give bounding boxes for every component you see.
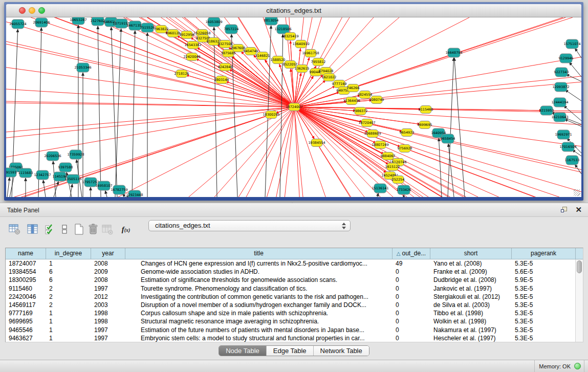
graph-node[interactable]: 746266 <box>347 84 360 92</box>
graph-node[interactable]: 16782759 <box>111 185 127 194</box>
graph-node[interactable]: 9658454 <box>441 134 455 143</box>
graph-node[interactable]: 1167533 <box>565 156 580 165</box>
float-panel-icon[interactable] <box>561 207 568 213</box>
graph-node[interactable]: 16053809 <box>205 17 222 27</box>
graph-node[interactable]: 15751074 <box>563 39 580 49</box>
table-settings-icon[interactable] <box>7 222 21 236</box>
graph-node[interactable]: 9884067 <box>381 152 396 160</box>
graph-node[interactable]: 7857224 <box>224 25 239 34</box>
table-cell: 1 <box>46 317 91 325</box>
table-row[interactable]: 1830029562008Estimation of significance … <box>6 276 583 284</box>
graph-node[interactable]: 7955812 <box>311 58 326 66</box>
table-cell: 0 <box>393 317 430 325</box>
table-row[interactable]: 977716911998Corpus callosum shape and si… <box>6 309 583 317</box>
network-canvas[interactable]: 2405572420691406106532871527602646616010… <box>6 17 581 197</box>
window-resize-grip[interactable] <box>574 189 580 196</box>
table-cell: 1 <box>46 334 91 342</box>
graph-node[interactable]: 16543382 <box>184 41 201 49</box>
graph-node[interactable]: 13505135 <box>64 174 81 184</box>
show-columns-icon[interactable] <box>26 222 40 236</box>
graph-node[interactable]: 3146821 <box>255 52 270 60</box>
graph-node[interactable]: 18720407 <box>358 119 375 127</box>
graph-node[interactable]: 391593 <box>6 168 16 177</box>
table-row[interactable]: 1456911722003Disruption of a novel membe… <box>6 301 583 309</box>
graph-node[interactable]: 9115460 <box>419 106 433 114</box>
vertical-scrollbar[interactable] <box>575 259 583 342</box>
graph-node[interactable]: 21053346 <box>74 63 91 72</box>
graph-node[interactable]: 9242848 <box>218 63 233 71</box>
row-height-icon[interactable] <box>57 222 72 236</box>
graph-node[interactable]: 8813054 <box>264 17 279 25</box>
graph-node[interactable]: 20691406 <box>33 18 50 27</box>
graph-node[interactable]: 1527602 <box>91 17 105 26</box>
graph-node[interactable]: 3824554 <box>358 91 373 99</box>
graph-node[interactable]: 3875685 <box>221 50 236 57</box>
column-header-pagerank[interactable]: pagerank <box>512 248 576 259</box>
graph-node[interactable]: 9227343 <box>554 68 569 77</box>
graph-node[interactable]: 9215953 <box>539 106 554 115</box>
table-row[interactable]: 946362711997Embryonic stem cells: a mode… <box>6 334 583 342</box>
column-header-out_de[interactable]: △out_de... <box>393 248 430 259</box>
graph-node[interactable]: 1080749 <box>369 96 384 104</box>
graph-node[interactable]: 17016504 <box>559 142 576 151</box>
graph-node[interactable]: 24055724 <box>9 19 26 29</box>
column-header-name[interactable]: name <box>6 248 46 259</box>
table-row[interactable]: 1938455462009Genome-wide association stu… <box>6 268 583 276</box>
graph-node[interactable]: 10688609 <box>364 130 381 138</box>
graph-node[interactable]: 252254 <box>392 176 405 184</box>
table-row[interactable]: 1872400712008Changes of HCN gene express… <box>6 259 583 268</box>
graph-node[interactable]: 16958107 <box>95 181 112 190</box>
graph-node[interactable]: 13640910 <box>292 40 309 48</box>
graph-node[interactable]: 8960128 <box>166 30 181 37</box>
tab-network-table[interactable]: Network Table <box>314 346 369 356</box>
graph-node[interactable]: 16961758 <box>302 50 319 57</box>
select-rows-icon[interactable] <box>43 222 57 236</box>
scrollbar-thumb[interactable] <box>577 260 582 273</box>
graph-node[interactable]: 16648794 <box>445 48 462 57</box>
graph-node[interactable]: 1115683 <box>18 168 33 178</box>
window-titlebar[interactable]: citations_edges.txt <box>6 4 581 17</box>
graph-node[interactable]: 16210643 <box>551 113 568 122</box>
table-selector-dropdown[interactable]: citations_edges.txt <box>148 220 351 231</box>
graph-node[interactable]: 9654923 <box>400 129 415 137</box>
graph-node[interactable]: 9129946 <box>559 54 574 63</box>
graph-node[interactable]: 7515526 <box>140 23 155 32</box>
graph-node[interactable]: 8912954 <box>180 31 194 39</box>
graph-node[interactable]: 12342757 <box>34 170 51 180</box>
graph-node[interactable]: 1362615 <box>295 65 310 73</box>
graph-node[interactable]: 7986372 <box>353 107 368 115</box>
new-table-icon[interactable] <box>72 222 86 236</box>
graph-node[interactable]: 19692971 <box>555 130 572 139</box>
graph-node[interactable]: 2718126 <box>175 70 189 78</box>
graph-node[interactable]: 2803144 <box>214 76 229 84</box>
table-row[interactable]: 911546021997Tourette syndrome. Phenomeno… <box>6 285 583 293</box>
column-header-title[interactable]: title <box>125 248 393 259</box>
column-header-short[interactable]: short <box>430 248 512 259</box>
graph-node[interactable]: 17359928 <box>67 150 84 159</box>
graph-node[interactable]: 12923448 <box>126 190 143 197</box>
delete-table-icon[interactable] <box>86 222 100 236</box>
graph-node[interactable]: 15136141 <box>372 184 388 193</box>
table-row[interactable]: 946554611997Estimation of the future num… <box>6 326 583 334</box>
graph-node[interactable]: 19384554 <box>308 139 325 147</box>
column-header-in_degree[interactable]: in_degree <box>46 248 91 259</box>
tab-edge-table[interactable]: Edge Table <box>267 346 314 356</box>
graph-node[interactable]: 9397588 <box>58 163 73 172</box>
svg-text:20206536: 20206536 <box>44 154 61 158</box>
graph-node[interactable]: 9756928 <box>398 145 412 152</box>
table-cell: Embryonic stem cells: a model to study s… <box>125 334 393 342</box>
table-row[interactable]: 969969511998Structural magnetic resonanc… <box>6 317 583 325</box>
tab-node-table[interactable]: Node Table <box>219 346 267 356</box>
close-panel-icon[interactable]: ✕ <box>575 205 582 214</box>
graph-node[interactable]: 10653287 <box>70 17 86 25</box>
table-row[interactable]: 2242004622012Investigating the contribut… <box>6 293 583 301</box>
graph-node[interactable]: 20206536 <box>44 151 61 161</box>
graph-node[interactable]: 9699695 <box>418 121 432 129</box>
function-builder-icon[interactable]: f(x) <box>119 222 133 236</box>
graph-node[interactable]: 1733426 <box>397 185 411 194</box>
graph-node[interactable]: 1615122 <box>385 163 400 171</box>
graph-node[interactable]: 12444194 <box>551 98 568 107</box>
graph-node[interactable]: 1621022 <box>322 74 337 81</box>
column-header-year[interactable]: year <box>91 248 125 259</box>
graph-node[interactable]: 12093872 <box>552 82 569 92</box>
